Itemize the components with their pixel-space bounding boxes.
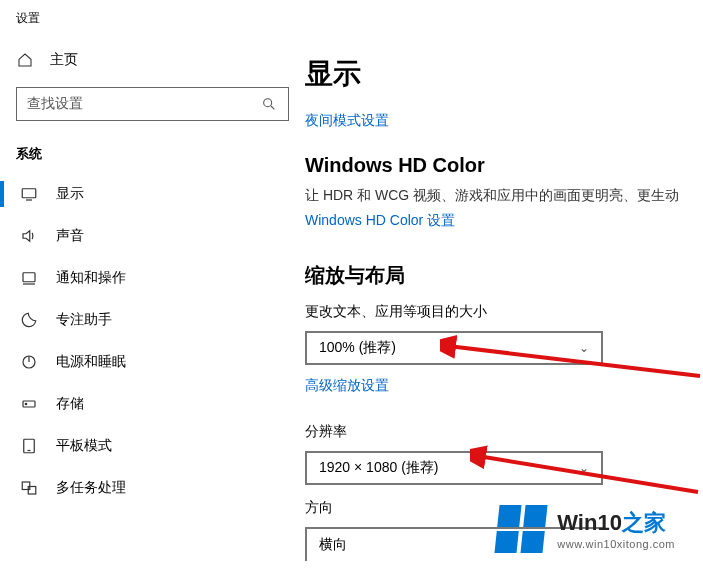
search-icon [260,95,278,113]
advanced-scale-link[interactable]: 高级缩放设置 [305,377,389,395]
home-nav[interactable]: 主页 [0,41,305,79]
sidebar-item-label: 显示 [56,185,84,203]
hd-color-settings-link[interactable]: Windows HD Color 设置 [305,212,455,230]
resolution-field-label: 分辨率 [305,423,697,441]
sidebar-item-tablet-mode[interactable]: 平板模式 [0,425,305,467]
display-icon [20,185,38,203]
sidebar-item-storage[interactable]: 存储 [0,383,305,425]
chevron-down-icon: ⌄ [579,341,589,355]
sidebar: 主页 查找设置 系统 显示 声音 [0,33,305,571]
sidebar-item-notifications[interactable]: 通知和操作 [0,257,305,299]
sidebar-item-label: 多任务处理 [56,479,126,497]
sound-icon [20,227,38,245]
night-mode-settings-link[interactable]: 夜间模式设置 [305,112,389,130]
search-placeholder: 查找设置 [27,95,260,113]
tablet-icon [20,437,38,455]
window-title: 设置 [0,0,703,33]
system-category-label: 系统 [0,133,305,173]
multitasking-icon [20,479,38,497]
scale-value: 100% (推荐) [319,339,396,357]
sidebar-item-label: 平板模式 [56,437,112,455]
scale-field-label: 更改文本、应用等项目的大小 [305,303,697,321]
scale-layout-title: 缩放与布局 [305,262,697,289]
svg-rect-2 [22,189,36,198]
sidebar-item-power-sleep[interactable]: 电源和睡眠 [0,341,305,383]
search-input[interactable]: 查找设置 [16,87,289,121]
sidebar-item-label: 声音 [56,227,84,245]
sidebar-item-label: 电源和睡眠 [56,353,126,371]
chevron-down-icon: ⌄ [579,461,589,475]
sidebar-item-label: 专注助手 [56,311,112,329]
svg-line-1 [271,106,274,109]
orientation-dropdown[interactable]: 横向 [305,527,603,561]
main-content: 显示 夜间模式设置 Windows HD Color 让 HDR 和 WCG 视… [305,33,703,571]
notifications-icon [20,269,38,287]
nav-list: 显示 声音 通知和操作 专注助手 [0,173,305,509]
sidebar-item-label: 通知和操作 [56,269,126,287]
hd-color-title: Windows HD Color [305,154,697,177]
svg-rect-4 [23,273,35,282]
resolution-dropdown[interactable]: 1920 × 1080 (推荐) ⌄ [305,451,603,485]
svg-point-9 [25,403,27,405]
focus-assist-icon [20,311,38,329]
home-icon [16,51,34,69]
orientation-value: 横向 [319,536,347,554]
scale-dropdown[interactable]: 100% (推荐) ⌄ [305,331,603,365]
hd-color-description: 让 HDR 和 WCG 视频、游戏和应用中的画面更明亮、更生动 [305,187,697,205]
orientation-field-label: 方向 [305,499,697,517]
svg-point-0 [264,99,272,107]
resolution-value: 1920 × 1080 (推荐) [319,459,438,477]
power-icon [20,353,38,371]
page-title: 显示 [305,55,697,93]
sidebar-item-display[interactable]: 显示 [0,173,305,215]
storage-icon [20,395,38,413]
sidebar-item-label: 存储 [56,395,84,413]
sidebar-item-sound[interactable]: 声音 [0,215,305,257]
sidebar-item-focus-assist[interactable]: 专注助手 [0,299,305,341]
sidebar-item-multitasking[interactable]: 多任务处理 [0,467,305,509]
home-label: 主页 [50,51,78,69]
